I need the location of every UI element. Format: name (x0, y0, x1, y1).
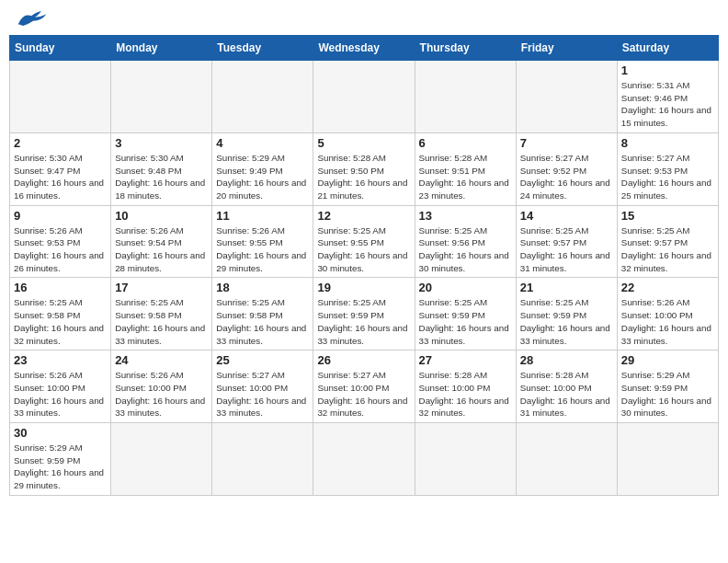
day-info: Sunrise: 5:30 AM Sunset: 9:48 PM Dayligh… (115, 152, 208, 202)
day-number: 15 (621, 209, 714, 223)
day-info: Sunrise: 5:25 AM Sunset: 9:57 PM Dayligh… (621, 224, 714, 275)
day-info: Sunrise: 5:28 AM Sunset: 9:50 PM Dayligh… (317, 152, 410, 202)
calendar-week-row: 30Sunrise: 5:29 AM Sunset: 9:59 PM Dayli… (10, 423, 719, 496)
day-number: 16 (14, 281, 107, 294)
calendar-cell: 19Sunrise: 5:25 AM Sunset: 9:59 PM Dayli… (313, 278, 415, 350)
calendar-cell: 27Sunrise: 5:28 AM Sunset: 10:00 PM Dayl… (415, 350, 516, 423)
calendar-table: SundayMondayTuesdayWednesdayThursdayFrid… (9, 35, 719, 496)
day-info: Sunrise: 5:26 AM Sunset: 10:00 PM Daylig… (14, 369, 107, 419)
calendar-cell: 18Sunrise: 5:25 AM Sunset: 9:58 PM Dayli… (212, 278, 313, 350)
calendar-cell (212, 423, 313, 496)
day-number: 22 (621, 281, 714, 294)
calendar-cell: 15Sunrise: 5:25 AM Sunset: 9:57 PM Dayli… (617, 205, 718, 278)
calendar-cell: 22Sunrise: 5:26 AM Sunset: 10:00 PM Dayl… (617, 278, 718, 350)
calendar-cell: 30Sunrise: 5:29 AM Sunset: 9:59 PM Dayli… (10, 423, 111, 496)
day-info: Sunrise: 5:27 AM Sunset: 9:53 PM Dayligh… (621, 152, 714, 202)
calendar-cell: 10Sunrise: 5:26 AM Sunset: 9:54 PM Dayli… (111, 205, 212, 278)
calendar-cell: 3Sunrise: 5:30 AM Sunset: 9:48 PM Daylig… (111, 132, 212, 205)
logo (13, 9, 50, 28)
day-info: Sunrise: 5:26 AM Sunset: 10:00 PM Daylig… (115, 369, 208, 419)
calendar-week-row: 16Sunrise: 5:25 AM Sunset: 9:58 PM Dayli… (10, 278, 719, 350)
day-info: Sunrise: 5:28 AM Sunset: 10:00 PM Daylig… (419, 369, 512, 419)
calendar-cell (313, 423, 415, 496)
day-info: Sunrise: 5:25 AM Sunset: 9:59 PM Dayligh… (317, 296, 410, 347)
day-info: Sunrise: 5:27 AM Sunset: 10:00 PM Daylig… (216, 369, 309, 419)
calendar-cell (111, 423, 212, 496)
day-number: 23 (14, 353, 107, 367)
day-number: 4 (216, 136, 309, 150)
calendar-cell: 21Sunrise: 5:25 AM Sunset: 9:59 PM Dayli… (516, 278, 617, 350)
day-number: 6 (419, 136, 512, 150)
day-info: Sunrise: 5:25 AM Sunset: 9:58 PM Dayligh… (216, 296, 309, 347)
calendar-week-row: 23Sunrise: 5:26 AM Sunset: 10:00 PM Dayl… (10, 350, 719, 423)
calendar-header-tuesday: Tuesday (212, 36, 313, 61)
calendar-cell: 13Sunrise: 5:25 AM Sunset: 9:56 PM Dayli… (415, 205, 516, 278)
calendar-cell: 17Sunrise: 5:25 AM Sunset: 9:58 PM Dayli… (111, 278, 212, 350)
calendar-cell: 20Sunrise: 5:25 AM Sunset: 9:59 PM Dayli… (415, 278, 516, 350)
calendar-cell: 26Sunrise: 5:27 AM Sunset: 10:00 PM Dayl… (313, 350, 415, 423)
calendar-cell: 1Sunrise: 5:31 AM Sunset: 9:46 PM Daylig… (617, 61, 718, 133)
calendar-cell: 23Sunrise: 5:26 AM Sunset: 10:00 PM Dayl… (10, 350, 111, 423)
day-number: 14 (520, 209, 613, 223)
day-number: 28 (520, 353, 613, 367)
calendar-cell (212, 61, 313, 133)
day-number: 12 (317, 209, 410, 223)
day-number: 5 (317, 136, 410, 150)
calendar-cell: 5Sunrise: 5:28 AM Sunset: 9:50 PM Daylig… (313, 132, 415, 205)
day-number: 8 (621, 136, 714, 150)
calendar-week-row: 1Sunrise: 5:31 AM Sunset: 9:46 PM Daylig… (10, 61, 719, 133)
calendar-cell: 7Sunrise: 5:27 AM Sunset: 9:52 PM Daylig… (516, 132, 617, 205)
calendar-cell (10, 61, 111, 133)
day-info: Sunrise: 5:25 AM Sunset: 9:58 PM Dayligh… (14, 296, 107, 347)
calendar-cell (516, 423, 617, 496)
day-info: Sunrise: 5:25 AM Sunset: 9:58 PM Dayligh… (115, 296, 208, 347)
day-info: Sunrise: 5:26 AM Sunset: 9:53 PM Dayligh… (14, 224, 107, 275)
day-info: Sunrise: 5:25 AM Sunset: 9:57 PM Dayligh… (520, 224, 613, 275)
day-info: Sunrise: 5:26 AM Sunset: 10:00 PM Daylig… (621, 296, 714, 347)
day-info: Sunrise: 5:29 AM Sunset: 9:49 PM Dayligh… (216, 152, 309, 202)
calendar-cell: 28Sunrise: 5:28 AM Sunset: 10:00 PM Dayl… (516, 350, 617, 423)
calendar-header-sunday: Sunday (10, 36, 111, 61)
calendar-week-row: 9Sunrise: 5:26 AM Sunset: 9:53 PM Daylig… (10, 205, 719, 278)
day-number: 25 (216, 353, 309, 367)
day-info: Sunrise: 5:30 AM Sunset: 9:47 PM Dayligh… (14, 152, 107, 202)
day-number: 3 (115, 136, 208, 150)
calendar-header-wednesday: Wednesday (313, 36, 415, 61)
calendar-cell: 14Sunrise: 5:25 AM Sunset: 9:57 PM Dayli… (516, 205, 617, 278)
day-info: Sunrise: 5:28 AM Sunset: 9:51 PM Dayligh… (419, 152, 512, 202)
day-info: Sunrise: 5:25 AM Sunset: 9:56 PM Dayligh… (419, 224, 512, 275)
day-number: 26 (317, 353, 410, 367)
calendar-header-thursday: Thursday (415, 36, 516, 61)
day-info: Sunrise: 5:27 AM Sunset: 9:52 PM Dayligh… (520, 152, 613, 202)
day-number: 11 (216, 209, 309, 223)
day-number: 24 (115, 353, 208, 367)
day-info: Sunrise: 5:25 AM Sunset: 9:59 PM Dayligh… (419, 296, 512, 347)
day-info: Sunrise: 5:28 AM Sunset: 10:00 PM Daylig… (520, 369, 613, 419)
calendar-header-saturday: Saturday (617, 36, 718, 61)
calendar-cell: 16Sunrise: 5:25 AM Sunset: 9:58 PM Dayli… (10, 278, 111, 350)
day-number: 9 (14, 209, 107, 223)
day-number: 20 (419, 281, 512, 294)
calendar-cell: 4Sunrise: 5:29 AM Sunset: 9:49 PM Daylig… (212, 132, 313, 205)
day-number: 19 (317, 281, 410, 294)
day-number: 29 (621, 353, 714, 367)
calendar-cell: 29Sunrise: 5:29 AM Sunset: 9:59 PM Dayli… (617, 350, 718, 423)
calendar-cell (415, 423, 516, 496)
day-number: 30 (14, 426, 107, 440)
day-info: Sunrise: 5:29 AM Sunset: 9:59 PM Dayligh… (621, 369, 714, 419)
day-info: Sunrise: 5:25 AM Sunset: 9:55 PM Dayligh… (317, 224, 410, 275)
day-number: 10 (115, 209, 208, 223)
calendar-cell (516, 61, 617, 133)
day-number: 18 (216, 281, 309, 294)
day-number: 17 (115, 281, 208, 294)
calendar-cell: 25Sunrise: 5:27 AM Sunset: 10:00 PM Dayl… (212, 350, 313, 423)
calendar-cell (415, 61, 516, 133)
day-number: 27 (419, 353, 512, 367)
day-number: 21 (520, 281, 613, 294)
calendar-cell (313, 61, 415, 133)
day-info: Sunrise: 5:31 AM Sunset: 9:46 PM Dayligh… (621, 79, 714, 130)
day-info: Sunrise: 5:26 AM Sunset: 9:55 PM Dayligh… (216, 224, 309, 275)
calendar-cell: 9Sunrise: 5:26 AM Sunset: 9:53 PM Daylig… (10, 205, 111, 278)
day-info: Sunrise: 5:25 AM Sunset: 9:59 PM Dayligh… (520, 296, 613, 347)
day-number: 2 (14, 136, 107, 150)
